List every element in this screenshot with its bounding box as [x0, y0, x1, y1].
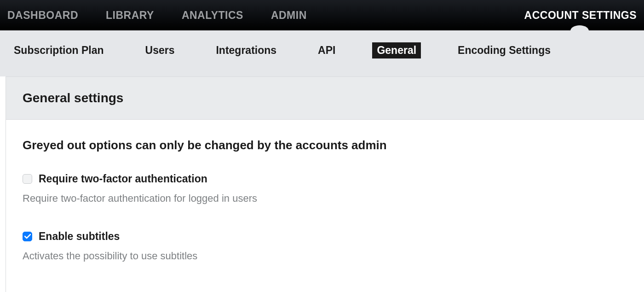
subnav-general[interactable]: General	[372, 42, 421, 58]
nav-account-settings[interactable]: ACCOUNT SETTINGS	[524, 9, 637, 22]
checkbox-two-factor[interactable]	[23, 174, 32, 184]
setting-label-row: Enable subtitles	[23, 230, 627, 243]
checkbox-subtitles[interactable]	[23, 232, 32, 241]
top-nav-right: ACCOUNT SETTINGS	[524, 9, 637, 22]
subnav-integrations[interactable]: Integrations	[211, 42, 281, 58]
sub-nav: Subscription Plan Users Integrations API…	[0, 30, 644, 76]
nav-dashboard[interactable]: DASHBOARD	[7, 9, 78, 22]
nav-analytics[interactable]: ANALYTICS	[182, 9, 243, 22]
subsection-title: Greyed out options can only be changed b…	[23, 138, 627, 152]
top-nav-left: DASHBOARD LIBRARY ANALYTICS ADMIN	[7, 9, 307, 22]
section-header: General settings	[6, 77, 644, 120]
subnav-users[interactable]: Users	[141, 42, 179, 58]
active-tab-indicator	[570, 25, 589, 31]
setting-label: Require two-factor authentication	[39, 173, 207, 185]
setting-label: Enable subtitles	[39, 230, 120, 243]
setting-description: Require two-factor authentication for lo…	[23, 193, 627, 204]
section-title: General settings	[23, 91, 627, 105]
nav-admin[interactable]: ADMIN	[271, 9, 307, 22]
setting-subtitles: Enable subtitles Activates the possibili…	[23, 230, 627, 262]
nav-library[interactable]: LIBRARY	[106, 9, 154, 22]
setting-label-row: Require two-factor authentication	[23, 173, 627, 185]
subnav-encoding-settings[interactable]: Encoding Settings	[453, 42, 555, 58]
setting-description: Activates the possibility to use subtitl…	[23, 250, 627, 262]
check-icon	[24, 234, 31, 239]
subnav-subscription-plan[interactable]: Subscription Plan	[9, 42, 109, 58]
setting-two-factor: Require two-factor authentication Requir…	[23, 173, 627, 204]
subnav-api[interactable]: API	[313, 42, 340, 58]
content-area: General settings Greyed out options can …	[6, 76, 644, 292]
section-body: Greyed out options can only be changed b…	[6, 120, 644, 292]
top-nav: DASHBOARD LIBRARY ANALYTICS ADMIN ACCOUN…	[0, 0, 644, 30]
